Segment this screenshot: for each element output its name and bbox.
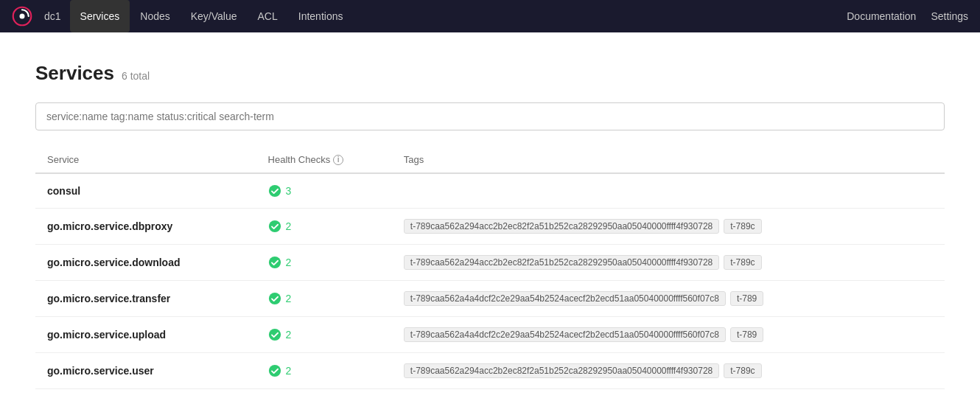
tag-badge: t-789c (724, 219, 761, 234)
nav-intentions[interactable]: Intentions (288, 0, 354, 32)
documentation-link[interactable]: Documentation (847, 10, 916, 22)
nav-links: Services Nodes Key/Value ACL Intentions (70, 0, 847, 32)
services-table: Service Health Checks i Tags consul 3go.… (35, 148, 945, 389)
page-header: Services 6 total (35, 62, 945, 85)
table-body: consul 3go.micro.service.dbproxy 2t-789c… (35, 173, 945, 389)
table-row[interactable]: go.micro.service.download 2t-789caa562a2… (35, 245, 945, 281)
tag-badge: t-789c (724, 255, 761, 270)
datacenter-label[interactable]: dc1 (38, 0, 67, 32)
table-row[interactable]: go.micro.service.dbproxy 2t-789caa562a29… (35, 209, 945, 245)
service-name: go.micro.service.dbproxy (35, 209, 259, 245)
health-checks: 2 (259, 209, 395, 245)
svg-point-4 (268, 257, 280, 268)
health-checks: 2 (259, 353, 395, 389)
svg-point-2 (268, 185, 280, 197)
health-check-icon (268, 220, 281, 233)
nav-acl[interactable]: ACL (248, 0, 288, 32)
service-name: go.micro.service.upload (35, 317, 259, 353)
navbar: dc1 Services Nodes Key/Value ACL Intenti… (0, 0, 980, 32)
svg-point-1 (20, 14, 25, 19)
nav-services[interactable]: Services (70, 0, 130, 32)
table-row[interactable]: go.micro.service.user 2t-789caa562a294ac… (35, 353, 945, 389)
tag-badge: t-789caa562a294acc2b2ec82f2a51b252ca2829… (404, 363, 719, 378)
nav-keyvalue[interactable]: Key/Value (181, 0, 248, 32)
service-name: go.micro.service.user (35, 353, 259, 389)
health-checks: 2 (259, 281, 395, 317)
nav-right: Documentation Settings (847, 10, 968, 22)
health-checks: 2 (259, 245, 395, 281)
health-check-icon (268, 256, 281, 269)
tags-cell: t-789caa562a294acc2b2ec82f2a51b252ca2829… (395, 209, 945, 245)
health-checks: 3 (259, 173, 395, 209)
col-health: Health Checks i (259, 148, 395, 173)
tag-badge: t-789caa562a4a4dcf2c2e29aa54b2524acecf2b… (404, 291, 726, 306)
health-check-icon (268, 184, 281, 198)
health-info-icon[interactable]: i (333, 155, 343, 165)
tags-cell: t-789caa562a294acc2b2ec82f2a51b252ca2829… (395, 353, 945, 389)
service-name: go.micro.service.download (35, 245, 259, 281)
brand-logo (12, 6, 32, 27)
table-header: Service Health Checks i Tags (35, 148, 945, 173)
col-tags: Tags (395, 148, 945, 173)
health-check-icon (268, 364, 281, 377)
service-name: go.micro.service.transfer (35, 281, 259, 317)
health-check-icon (268, 292, 281, 305)
tag-badge: t-789c (724, 363, 761, 378)
search-input[interactable] (35, 102, 945, 130)
tag-badge: t-789caa562a294acc2b2ec82f2a51b252ca2829… (404, 255, 719, 270)
tag-badge: t-789caa562a4a4dcf2c2e29aa54b2524acecf2b… (404, 327, 726, 342)
table-row[interactable]: go.micro.service.upload 2t-789caa562a4a4… (35, 317, 945, 353)
svg-point-7 (268, 365, 280, 377)
svg-point-6 (268, 329, 280, 341)
settings-link[interactable]: Settings (931, 10, 968, 22)
tags-cell: t-789caa562a4a4dcf2c2e29aa54b2524acecf2b… (395, 281, 945, 317)
total-count: 6 total (122, 70, 150, 82)
svg-point-5 (268, 293, 280, 304)
tags-cell: t-789caa562a294acc2b2ec82f2a51b252ca2829… (395, 245, 945, 281)
table-row[interactable]: consul 3 (35, 173, 945, 209)
service-name: consul (35, 173, 259, 209)
tags-cell (395, 173, 945, 209)
col-service: Service (35, 148, 259, 173)
tags-cell: t-789caa562a4a4dcf2c2e29aa54b2524acecf2b… (395, 317, 945, 353)
tag-badge: t-789 (730, 327, 763, 342)
page-title: Services (35, 62, 114, 85)
svg-point-3 (268, 220, 280, 232)
tag-badge: t-789 (730, 291, 763, 306)
main-content: Services 6 total Service Health Checks i… (0, 32, 980, 389)
table-row[interactable]: go.micro.service.transfer 2t-789caa562a4… (35, 281, 945, 317)
tag-badge: t-789caa562a294acc2b2ec82f2a51b252ca2829… (404, 219, 719, 234)
health-checks: 2 (259, 317, 395, 353)
nav-nodes[interactable]: Nodes (130, 0, 180, 32)
health-check-icon (268, 328, 281, 341)
